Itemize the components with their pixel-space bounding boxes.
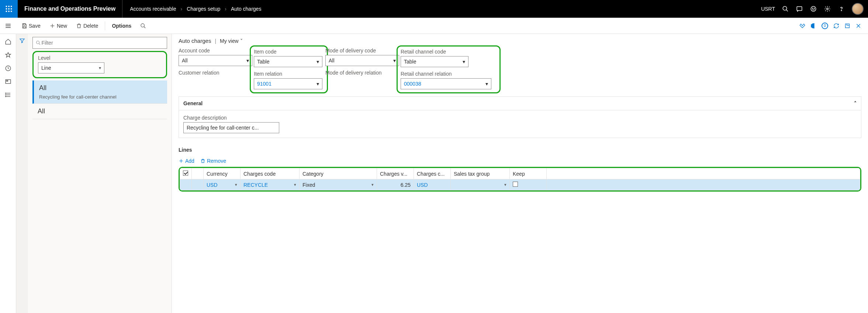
- level-select[interactable]: Line ▾: [38, 62, 104, 73]
- col-category[interactable]: Category: [300, 168, 377, 179]
- help-icon[interactable]: [838, 5, 845, 13]
- workspace-icon[interactable]: [5, 78, 11, 85]
- add-line-button[interactable]: Add: [179, 158, 194, 164]
- chat-icon[interactable]: [796, 5, 803, 13]
- general-header[interactable]: General ˄: [179, 97, 861, 110]
- field-value: 91001: [257, 81, 272, 87]
- svg-point-24: [141, 24, 144, 27]
- filter-text[interactable]: [41, 39, 164, 46]
- item-relation-select[interactable]: 91001 ▾: [254, 78, 322, 89]
- item-code-select[interactable]: Table ▾: [254, 56, 322, 67]
- plus-icon: [49, 23, 55, 29]
- table-row[interactable]: USD▾ RECYCLE▾ Fixed▾ 6.25 USD: [180, 179, 860, 190]
- list-item[interactable]: All Recycling fee for call-center channe…: [32, 80, 167, 104]
- svg-rect-0: [6, 6, 7, 7]
- options-button[interactable]: Options: [108, 21, 135, 31]
- breadcrumb-item[interactable]: Auto charges: [231, 6, 262, 12]
- svg-rect-4: [8, 8, 9, 9]
- filter-input[interactable]: [32, 37, 167, 49]
- chevron-right-icon: ›: [180, 6, 182, 12]
- chevron-down-icon: ▾: [99, 65, 101, 70]
- sales-tax-cell[interactable]: ▾: [451, 179, 510, 190]
- company-code[interactable]: USRT: [761, 6, 775, 12]
- chevron-down-icon: ▾: [393, 58, 396, 63]
- svg-rect-2: [11, 6, 12, 7]
- options-label: Options: [112, 23, 131, 29]
- smiley-icon[interactable]: [810, 5, 817, 13]
- refresh-icon[interactable]: [833, 23, 839, 29]
- charges-code-cell[interactable]: RECYCLE▾: [241, 179, 300, 190]
- channel-highlight: Retail channel code Table ▾ Retail chann…: [397, 45, 501, 93]
- field-value: Table: [257, 59, 269, 65]
- delivery-relation-input[interactable]: [325, 77, 399, 88]
- lines-grid: Currency Charges code Category Charges v…: [180, 168, 860, 190]
- delete-button[interactable]: Delete: [72, 21, 102, 31]
- customer-relation-input[interactable]: [179, 77, 252, 88]
- keep-cell[interactable]: [510, 179, 547, 190]
- diamond-icon[interactable]: [799, 23, 805, 29]
- list-item[interactable]: All: [32, 104, 167, 119]
- modules-icon[interactable]: [5, 92, 11, 98]
- col-sales-tax-group[interactable]: Sales tax group: [451, 168, 510, 179]
- col-charges-value[interactable]: Charges v...: [377, 168, 414, 179]
- list-item-subtitle: Recycling fee for call-center channel: [39, 94, 162, 100]
- general-body: Charge description Recycling fee for cal…: [179, 110, 861, 138]
- col-spacer: [547, 168, 860, 179]
- avatar[interactable]: [852, 3, 864, 15]
- lines-toolbar: Add Remove: [179, 156, 861, 167]
- account-code-select[interactable]: All ▾: [179, 55, 252, 66]
- svg-rect-21: [23, 26, 25, 28]
- breadcrumb-item[interactable]: Accounts receivable: [130, 6, 176, 12]
- svg-point-13: [812, 8, 813, 9]
- field-label: Mode of delivery relation: [325, 70, 399, 76]
- recent-icon[interactable]: [5, 65, 11, 72]
- trash-icon: [76, 23, 82, 29]
- funnel-icon[interactable]: [19, 38, 25, 313]
- col-currency[interactable]: Currency: [204, 168, 241, 179]
- gear-icon[interactable]: [824, 5, 831, 13]
- office-icon[interactable]: [810, 23, 816, 29]
- chevron-down-icon: ▾: [485, 81, 488, 87]
- delivery-code-select[interactable]: All ▾: [325, 55, 399, 66]
- field-channel-code: Retail channel code Table ▾ Retail chann…: [399, 48, 498, 91]
- cell-value: USD: [417, 182, 428, 188]
- row-select-cell[interactable]: [180, 179, 192, 190]
- cell-value: Fixed: [302, 182, 315, 188]
- svg-rect-7: [8, 11, 9, 12]
- home-icon[interactable]: [5, 38, 11, 45]
- charges-value-cell[interactable]: 6.25: [377, 179, 414, 190]
- currency-cell[interactable]: USD▾: [204, 179, 241, 190]
- app-launcher-button[interactable]: [0, 0, 18, 18]
- remove-line-button[interactable]: Remove: [200, 158, 226, 164]
- breadcrumb-item[interactable]: Charges setup: [187, 6, 220, 12]
- select-all-checkbox[interactable]: [180, 168, 192, 179]
- nav-toggle-button[interactable]: [0, 18, 16, 34]
- field-account-code: Account code All ▾ Customer relation: [179, 48, 252, 91]
- svg-rect-3: [6, 8, 7, 9]
- section-title: General: [183, 100, 203, 106]
- col-keep[interactable]: Keep: [510, 168, 547, 179]
- category-cell[interactable]: Fixed▾: [300, 179, 377, 190]
- row-marker-header: [192, 168, 204, 179]
- chevron-right-icon: ›: [225, 6, 226, 12]
- view-selector[interactable]: My view ˅: [220, 38, 243, 44]
- keep-checkbox[interactable]: [513, 182, 518, 187]
- charges-currency-cell[interactable]: USD: [414, 179, 451, 190]
- channel-relation-select[interactable]: 000038 ▾: [401, 78, 491, 89]
- svg-rect-8: [11, 11, 12, 12]
- new-button[interactable]: New: [46, 21, 71, 31]
- search-action-button[interactable]: [136, 21, 150, 31]
- save-button[interactable]: Save: [18, 21, 44, 31]
- description-input[interactable]: Recycling fee for call-center c...: [183, 122, 279, 133]
- popout-icon[interactable]: [844, 23, 850, 29]
- close-icon[interactable]: [855, 23, 861, 29]
- col-charges-currency[interactable]: Charges c...: [414, 168, 451, 179]
- item-code-highlight: Item code Table ▾ Item relation 91001 ▾: [250, 45, 328, 93]
- attachments-button[interactable]: 0: [822, 23, 828, 29]
- col-charges-code[interactable]: Charges code: [241, 168, 300, 179]
- svg-rect-1: [8, 6, 9, 7]
- search-icon[interactable]: [782, 5, 789, 13]
- channel-code-select[interactable]: Table ▾: [401, 56, 468, 67]
- star-icon[interactable]: [5, 52, 11, 58]
- filter-rail: [16, 34, 28, 313]
